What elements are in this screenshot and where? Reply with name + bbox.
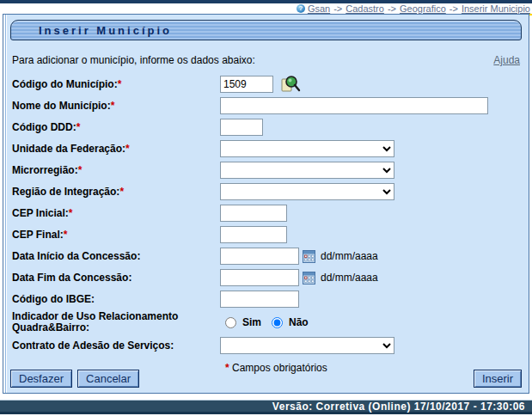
field-row-unidade-federacao: Unidade da Federação:* <box>3 139 529 158</box>
codigo-ddd-input[interactable] <box>220 119 263 136</box>
indicador-nao-radio[interactable] <box>272 317 283 328</box>
field-row-microrregiao: Microrregião:* <box>3 161 529 180</box>
breadcrumb-separator: -> <box>333 3 342 14</box>
codigo-ibge-label: Código do IBGE: <box>12 294 220 305</box>
date-format-hint: dd/mm/aaaa <box>321 250 378 262</box>
data-inicio-label: Data Início da Concessão: <box>12 251 220 262</box>
regiao-integracao-label: Região de Integração:* <box>12 187 220 198</box>
field-row-indicador-quadra-bairro: Indicador de Uso Relacionamento Quadra&B… <box>3 311 529 333</box>
inserir-button[interactable]: Inserir <box>474 370 522 388</box>
required-mark: * <box>69 207 73 219</box>
required-mark: * <box>119 186 124 198</box>
cep-inicial-label: CEP Inicial:* <box>12 208 220 219</box>
field-row-nome-municipio: Nome do Município:* <box>3 96 529 115</box>
field-row-data-fim-concessao: Data Fim da Concessão: dd/mm/aaa <box>3 268 529 287</box>
breadcrumb-bar: ? Gsan -> Cadastro -> Geografico -> Inse… <box>0 3 532 14</box>
intro-text: Para adicionar o município, informe os d… <box>12 54 255 66</box>
field-row-cep-final: CEP Final:* <box>3 225 529 244</box>
version-text: Versão: Corretiva (Online) 17/10/2017 - … <box>272 401 532 413</box>
breadcrumb-separator: -> <box>449 3 458 14</box>
unidade-federacao-label: Unidade da Federação:* <box>12 144 220 155</box>
required-mark: * <box>111 100 115 112</box>
breadcrumb-link-geografico[interactable]: Geografico <box>400 3 446 14</box>
breadcrumb-link-gsan[interactable]: Gsan <box>308 3 330 14</box>
breadcrumb-link-cadastro[interactable]: Cadastro <box>345 3 384 14</box>
field-row-codigo-ibge: Código do IBGE: <box>3 290 529 309</box>
page: ? Gsan -> Cadastro -> Geografico -> Inse… <box>0 0 532 416</box>
data-inicio-input[interactable] <box>220 248 299 265</box>
codigo-ibge-input[interactable] <box>220 291 299 308</box>
field-row-contrato-adesao: Contrato de Adesão de Serviços: <box>3 336 529 355</box>
codigo-municipio-label: Código do Município:* <box>12 79 220 90</box>
breadcrumb-link-inserir-municipio[interactable]: Inserir Municipio <box>462 3 530 14</box>
required-mark: * <box>78 164 83 176</box>
microrregiao-label: Microrregião:* <box>12 165 220 176</box>
required-mark: * <box>125 143 130 155</box>
field-row-data-inicio-concessao: Data Início da Concessão: dd/mm/ <box>3 247 529 266</box>
codigo-ddd-label: Código DDD:* <box>12 122 220 133</box>
page-title: Inserir Município <box>11 24 172 37</box>
regiao-integracao-select[interactable] <box>220 183 394 200</box>
breadcrumb-separator: -> <box>388 3 396 14</box>
calendar-icon[interactable] <box>303 272 315 284</box>
field-row-codigo-municipio: Código do Município:* <box>3 75 529 94</box>
field-row-codigo-ddd: Código DDD:* <box>3 118 529 137</box>
indicador-nao-label[interactable]: Não <box>289 316 309 328</box>
date-format-hint: dd/mm/aaaa <box>321 272 378 284</box>
required-mark: * <box>64 229 68 241</box>
indicador-sim-label[interactable]: Sim <box>242 316 261 328</box>
help-link[interactable]: Ajuda <box>493 54 520 66</box>
data-fim-input[interactable] <box>220 269 299 286</box>
button-row: Desfazer Cancelar Inserir <box>3 370 529 388</box>
help-icon[interactable]: ? <box>297 4 305 13</box>
cep-final-label: CEP Final:* <box>12 229 220 241</box>
cep-final-input[interactable] <box>220 226 287 243</box>
cep-inicial-input[interactable] <box>220 205 287 222</box>
microrregiao-select[interactable] <box>220 162 394 179</box>
field-row-regiao-integracao: Região de Integração:* <box>3 182 529 201</box>
nome-municipio-label: Nome do Município:* <box>12 101 220 112</box>
indicador-sim-radio[interactable] <box>225 317 236 328</box>
main-panel: Inserir Município Para adicionar o munic… <box>3 14 529 394</box>
required-mark: * <box>76 121 81 133</box>
page-title-bar: Inserir Município <box>10 20 522 40</box>
desfazer-button[interactable]: Desfazer <box>10 370 72 388</box>
cancelar-button[interactable]: Cancelar <box>77 370 139 388</box>
indicador-label: Indicador de Uso Relacionamento Quadra&B… <box>12 311 220 333</box>
contrato-adesao-label: Contrato de Adesão de Serviços: <box>12 340 220 352</box>
footer-gap <box>0 394 532 400</box>
contrato-adesao-select[interactable] <box>220 337 394 354</box>
codigo-municipio-input[interactable] <box>220 76 273 93</box>
calendar-icon[interactable] <box>303 250 315 263</box>
field-row-cep-inicial: CEP Inicial:* <box>3 204 529 223</box>
data-fim-label: Data Fim da Concessão: <box>12 272 220 284</box>
required-mark: * <box>118 78 122 90</box>
nome-municipio-input[interactable] <box>220 97 488 114</box>
indicador-radio-group: Sim Não <box>225 316 315 328</box>
unidade-federacao-select[interactable] <box>220 140 394 157</box>
intro-row: Para adicionar o município, informe os d… <box>12 54 520 66</box>
version-status-bar: Versão: Corretiva (Online) 17/10/2017 - … <box>0 400 532 414</box>
search-icon[interactable] <box>280 75 301 94</box>
